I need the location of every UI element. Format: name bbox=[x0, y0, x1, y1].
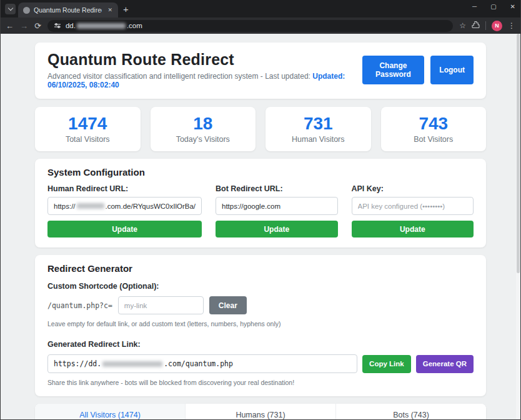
update-bot-url-button[interactable]: Update bbox=[216, 221, 338, 238]
forward-icon[interactable]: → bbox=[20, 22, 28, 30]
redirect-generator-card: Redirect Generator Custom Shortcode (Opt… bbox=[35, 255, 486, 396]
tab-all-visitors[interactable]: All Visitors (1474) bbox=[35, 404, 186, 419]
page-scrollbar[interactable] bbox=[516, 34, 520, 419]
browser-window: Quantum Route Redirect - Adm ✕ + ─ ▢ ✕ ←… bbox=[0, 0, 521, 420]
copy-link-button[interactable]: Copy Link bbox=[362, 355, 411, 373]
extensions-icon[interactable] bbox=[472, 20, 480, 31]
stat-value: 1474 bbox=[40, 114, 136, 134]
update-human-url-button[interactable]: Update bbox=[47, 221, 202, 238]
tab-humans[interactable]: Humans (731) bbox=[186, 404, 336, 419]
generate-qr-button[interactable]: Generate QR bbox=[416, 355, 474, 373]
stat-label: Human Visitors bbox=[270, 135, 366, 144]
share-hint: Share this link anywhere - bots will be … bbox=[47, 379, 474, 386]
human-redirect-label: Human Redirect URL: bbox=[47, 184, 202, 193]
stat-card-bot: 743 Bot Visitors bbox=[381, 107, 487, 151]
page-title: Quantum Route Redirect bbox=[47, 51, 362, 69]
stat-label: Total Visitors bbox=[40, 135, 136, 144]
menu-kebab-icon[interactable]: ⋮ bbox=[508, 21, 515, 30]
shortcode-hint: Leave empty for default link, or add cus… bbox=[47, 320, 474, 328]
page-subtitle: Advanced visitor classification and inte… bbox=[47, 72, 362, 89]
api-key-input[interactable] bbox=[352, 197, 474, 215]
page-content: Quantum Route Redirect Advanced visitor … bbox=[1, 34, 520, 419]
stat-card-human: 731 Human Visitors bbox=[265, 107, 371, 151]
bookmark-star-icon[interactable]: ☆ bbox=[459, 21, 466, 30]
change-password-button[interactable]: Change Password bbox=[362, 56, 425, 84]
scrollbar-thumb[interactable] bbox=[517, 34, 520, 273]
bot-redirect-label: Bot Redirect URL: bbox=[216, 184, 338, 193]
back-icon[interactable]: ← bbox=[6, 22, 14, 30]
human-redirect-input[interactable]: https:// .com.de/RYqusWC0xIlOrBa/ bbox=[47, 197, 202, 215]
stat-value: 18 bbox=[156, 114, 251, 134]
update-api-key-button[interactable]: Update bbox=[352, 221, 474, 238]
tab-strip: Quantum Route Redirect - Adm ✕ + ─ ▢ ✕ bbox=[1, 0, 520, 18]
tab-bots[interactable]: Bots (743) bbox=[336, 404, 486, 419]
stats-row: 1474 Total Visitors 18 Today's Visitors … bbox=[35, 107, 486, 151]
tab-search-button[interactable] bbox=[5, 4, 16, 14]
window-minimize-button[interactable]: ─ bbox=[472, 2, 477, 11]
stat-value: 731 bbox=[270, 114, 366, 134]
app-header-card: Quantum Route Redirect Advanced visitor … bbox=[35, 42, 486, 99]
section-title: System Configuration bbox=[47, 167, 474, 178]
stat-card-today: 18 Today's Visitors bbox=[151, 107, 256, 151]
window-maximize-button[interactable]: ▢ bbox=[490, 2, 496, 11]
generated-link-label: Generated Redirect Link: bbox=[47, 340, 474, 349]
favicon-icon bbox=[23, 7, 30, 14]
clear-button[interactable]: Clear bbox=[209, 296, 247, 314]
tab-close-icon[interactable]: ✕ bbox=[106, 6, 114, 14]
url-redacted-blur bbox=[77, 23, 126, 29]
system-configuration-card: System Configuration Human Redirect URL:… bbox=[35, 159, 486, 248]
shortcode-prefix: /quantum.php?c= bbox=[47, 301, 112, 310]
visitors-card: All Visitors (1474) Humans (731) Bots (7… bbox=[35, 404, 486, 419]
stat-card-total: 1474 Total Visitors bbox=[35, 107, 141, 151]
stat-value: 743 bbox=[386, 114, 482, 134]
toolbar-divider bbox=[485, 21, 486, 30]
api-key-label: API Key: bbox=[352, 184, 474, 193]
browser-tab[interactable]: Quantum Route Redirect - Adm ✕ bbox=[18, 2, 118, 18]
site-settings-icon[interactable] bbox=[54, 22, 61, 29]
window-close-button[interactable]: ✕ bbox=[510, 2, 515, 11]
shortcode-label: Custom Shortcode (Optional): bbox=[47, 282, 474, 291]
profile-avatar[interactable]: N bbox=[492, 21, 502, 31]
logout-button[interactable]: Logout bbox=[430, 56, 474, 84]
chevron-down-icon bbox=[7, 6, 12, 11]
redacted-blur bbox=[77, 203, 104, 209]
section-title: Redirect Generator bbox=[47, 263, 474, 274]
generated-link-input[interactable]: https://dd. .com/quantum.php bbox=[47, 354, 357, 373]
visitor-tabs: All Visitors (1474) Humans (731) Bots (7… bbox=[35, 404, 486, 419]
stat-label: Bot Visitors bbox=[386, 135, 482, 144]
browser-toolbar: ← → ⟳ dd. .com ☆ N ⋮ bbox=[1, 18, 520, 34]
reload-icon[interactable]: ⟳ bbox=[34, 22, 41, 30]
bot-redirect-input[interactable] bbox=[216, 197, 338, 215]
stat-label: Today's Visitors bbox=[156, 135, 251, 144]
redacted-blur bbox=[102, 361, 162, 367]
url-text: dd. .com bbox=[66, 22, 142, 29]
address-bar[interactable]: dd. .com bbox=[47, 20, 453, 32]
shortcode-input[interactable] bbox=[118, 296, 204, 314]
tab-title: Quantum Route Redirect - Adm bbox=[34, 6, 102, 14]
new-tab-button[interactable]: + bbox=[123, 4, 129, 14]
